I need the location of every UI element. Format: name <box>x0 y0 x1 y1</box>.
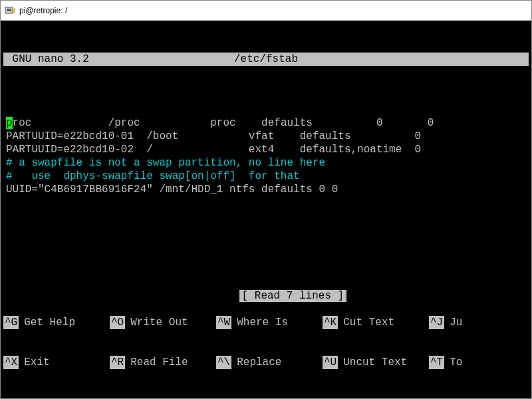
nano-footer: [ Read 7 lines ] ^GGet Help ^OWrite Out … <box>3 249 531 396</box>
cursor: p <box>6 117 13 129</box>
shortcut-uncut-text[interactable]: ^UUncut Text <box>323 356 429 369</box>
comment-line-1: # a swapfile is not a swap partition, no… <box>6 156 526 170</box>
app-icon <box>5 5 15 16</box>
status-line: [ Read 7 lines ] <box>3 276 531 289</box>
shortcut-get-help[interactable]: ^GGet Help <box>3 316 110 329</box>
line-3: PARTUUID=e22bcd10-02 / ext4 defaults,noa… <box>6 143 526 156</box>
status-text: [ Read 7 lines ] <box>239 290 347 302</box>
shortcut-write-out[interactable]: ^OWrite Out <box>110 316 216 329</box>
editor-content[interactable]: proc /proc proc defaults 0 0PARTUUID=e22… <box>3 107 529 196</box>
titlebar[interactable]: pi@retropie: / <box>1 1 531 21</box>
nano-version: GNU nano 3.2 <box>6 53 106 66</box>
shortcut-replace[interactable]: ^\Replace <box>216 356 323 369</box>
comment-line-2: # use dphys-swapfile swap[on|off] for th… <box>6 170 526 183</box>
shortcut-row-2: ^XExit ^RRead File ^\Replace ^UUncut Tex… <box>3 356 531 369</box>
line-1: proc /proc proc defaults 0 0 <box>6 116 526 130</box>
line-2: PARTUUID=e22bcd10-01 /boot vfat defaults… <box>6 130 526 143</box>
window: pi@retropie: / GNU nano 3.2 /etc/fstab p… <box>0 0 532 399</box>
svg-rect-1 <box>7 9 11 11</box>
shortcut-where-is[interactable]: ^WWhere Is <box>216 316 323 329</box>
line-uuid: UUID="C4B6917BB6916F24" /mnt/HDD_1 ntfs … <box>6 183 526 196</box>
terminal[interactable]: GNU nano 3.2 /etc/fstab proc /proc proc … <box>1 21 531 398</box>
shortcut-to-spell[interactable]: ^TTo <box>429 356 462 369</box>
shortcut-row-1: ^GGet Help ^OWrite Out ^WWhere Is ^KCut … <box>3 316 531 329</box>
shortcut-justify[interactable]: ^JJu <box>429 316 462 329</box>
shortcut-cut-text[interactable]: ^KCut Text <box>323 316 429 329</box>
shortcut-read-file[interactable]: ^RRead File <box>110 356 216 369</box>
nano-header: GNU nano 3.2 /etc/fstab <box>3 53 529 66</box>
titlebar-text: pi@retropie: / <box>19 6 67 15</box>
shortcut-exit[interactable]: ^XExit <box>3 356 110 369</box>
nano-filename: /etc/fstab <box>106 53 526 66</box>
